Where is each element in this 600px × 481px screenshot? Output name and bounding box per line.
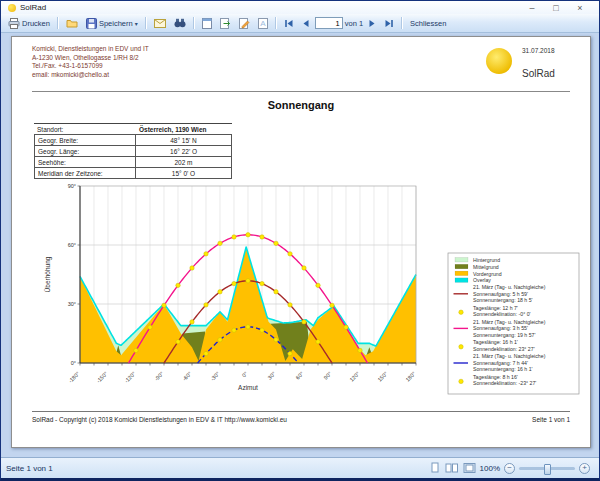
svg-text:0°: 0° (241, 370, 249, 378)
status-bar: Seite 1 von 1 100% − + (1, 457, 599, 478)
zoom-in-button[interactable]: + (579, 463, 590, 474)
save-icon (86, 18, 97, 29)
maximize-button[interactable]: □ (544, 3, 568, 13)
footer-page-label: Seite 1 von 1 (532, 416, 570, 423)
svg-text:Overlay: Overlay (473, 277, 491, 283)
save-label: Speichern (99, 19, 133, 28)
zoom-slider[interactable] (519, 467, 575, 470)
close-preview-button[interactable]: Schliessen (407, 18, 449, 29)
table-cell-label: Seehöhe: (34, 157, 136, 168)
email-icon (154, 19, 166, 28)
save-button[interactable]: Speichern ▾ (83, 17, 141, 30)
svg-text:Sonnenaufgang: 7 h 44': Sonnenaufgang: 7 h 44' (473, 360, 528, 366)
sun-path-chart: -180°-150°-120°-90°-60°-30°0°30°60°90°12… (40, 175, 585, 405)
preview-area[interactable]: Komicki, Dienstleistungen in EDV und IT … (1, 33, 599, 457)
window-title: SolRad (20, 3, 46, 12)
next-page-button[interactable] (365, 18, 379, 29)
table-row: Seehöhe:202 m (34, 157, 232, 168)
solrad-logo-icon (486, 48, 512, 74)
table-cell-label: Geogr. Breite: (34, 134, 136, 146)
statusbar-zoom-controls: 100% − + (429, 462, 594, 474)
toolbar-separator (275, 17, 277, 29)
zoom-slider-thumb[interactable] (544, 464, 551, 475)
table-row: Geogr. Länge:16° 22' O (34, 146, 232, 157)
first-page-button[interactable] (281, 18, 297, 29)
email-button[interactable] (151, 18, 169, 29)
print-icon (8, 18, 20, 29)
window-controls: – □ × (520, 3, 592, 13)
two-page-view-icon[interactable] (445, 462, 459, 474)
svg-text:30°: 30° (68, 301, 76, 307)
save-dropdown-caret-icon[interactable]: ▾ (135, 20, 138, 27)
report-page: Komicki, Dienstleistungen in EDV und IT … (11, 36, 591, 448)
first-page-icon (284, 19, 294, 28)
svg-text:Mittelgrund: Mittelgrund (473, 264, 499, 270)
open-button[interactable] (63, 17, 81, 29)
toolbar-separator (145, 17, 147, 29)
chart-legend: HintergrundMittelgrundVordergrundOverlay… (448, 253, 579, 394)
watermark-icon: A (258, 18, 268, 29)
print-label: Drucken (22, 19, 50, 28)
print-button[interactable]: Drucken (5, 17, 53, 30)
svg-text:-120°: -120° (123, 370, 137, 384)
solrad-window: SolRad – □ × Drucken Speichern ▾ (0, 0, 600, 481)
company-address-block: Komicki, Dienstleistungen in EDV und IT … (32, 45, 149, 79)
watermark-button[interactable]: A (255, 17, 271, 30)
last-page-button[interactable] (381, 18, 397, 29)
svg-text:Sonnenaufgang: 3 h 55': Sonnenaufgang: 3 h 55' (473, 325, 528, 331)
toolbar-separator (57, 17, 59, 29)
zoom-level-label: 100% (480, 464, 500, 473)
company-line: Komicki, Dienstleistungen in EDV und IT (32, 45, 149, 54)
footer-copyright: SolRad - Copyright (c) 2018 Komicki Dien… (32, 416, 287, 423)
toolbar-separator (193, 17, 195, 29)
edit-button[interactable] (236, 17, 253, 30)
svg-text:Sonnenuntergang: 18 h 5': Sonnenuntergang: 18 h 5' (473, 297, 533, 303)
export-button[interactable] (217, 17, 234, 30)
find-icon (174, 18, 186, 28)
app-sun-icon (8, 4, 16, 12)
header-divider (32, 91, 570, 92)
table-row: Standort: Österreich, 1190 Wien (34, 123, 232, 134)
svg-text:-180°: -180° (67, 370, 81, 384)
report-date: 31.07.2018 (522, 47, 555, 54)
close-window-button[interactable]: × (568, 3, 592, 13)
page-width-view-icon[interactable] (463, 462, 476, 474)
page-settings-icon (202, 18, 212, 29)
page-settings-button[interactable] (199, 17, 215, 30)
minimize-button[interactable]: – (520, 3, 544, 13)
standort-value: Österreich, 1190 Wien (136, 124, 232, 134)
svg-text:A: A (260, 19, 266, 28)
next-page-icon (368, 19, 376, 28)
last-page-icon (384, 19, 394, 28)
title-bar: SolRad – □ × (1, 1, 599, 14)
prev-page-button[interactable] (299, 18, 313, 29)
single-page-view-icon[interactable] (429, 462, 441, 474)
x-axis-title: Azimut (238, 384, 258, 391)
svg-text:120°: 120° (348, 370, 360, 382)
find-button[interactable] (171, 17, 189, 29)
footer-divider (32, 411, 570, 412)
svg-text:21. März (Tag- u. Nachtgleiche: 21. März (Tag- u. Nachtgleiche) (473, 284, 546, 290)
table-cell-label: Geogr. Länge: (34, 146, 136, 157)
svg-text:90°: 90° (68, 183, 76, 189)
svg-text:Sonnenaufgang: 5 h 59': Sonnenaufgang: 5 h 59' (473, 291, 528, 297)
page-title: Sonnengang (12, 99, 590, 111)
svg-text:150°: 150° (376, 370, 388, 382)
page-number-input[interactable] (315, 17, 343, 29)
y-axis-title: Überhöhung (44, 256, 52, 292)
company-line: email: mkomicki@chello.at (32, 71, 149, 80)
svg-text:Sonnendeklination: 23° 27': Sonnendeklination: 23° 27' (473, 346, 535, 352)
svg-text:-60°: -60° (181, 370, 192, 381)
svg-text:Tageslänge: 12 h 7': Tageslänge: 12 h 7' (473, 305, 518, 311)
export-icon (220, 18, 231, 29)
svg-text:Tageslänge: 16 h 1': Tageslänge: 16 h 1' (473, 339, 518, 345)
svg-text:21. März (Tag- u. Nachtgleiche: 21. März (Tag- u. Nachtgleiche) (473, 319, 546, 325)
svg-text:Hintergrund: Hintergrund (473, 257, 500, 263)
location-table-rows: Geogr. Breite:48° 15' NGeogr. Länge:16° … (34, 134, 232, 179)
svg-text:Sonnendeklination: -0° 0': Sonnendeklination: -0° 0' (473, 311, 531, 317)
zoom-out-button[interactable]: − (504, 463, 515, 474)
svg-text:60°: 60° (68, 242, 76, 248)
company-line: Tel./Fax. +43-1-6157099 (32, 62, 149, 71)
svg-text:-90°: -90° (153, 370, 164, 381)
svg-text:Tageslänge: 8 h 16': Tageslänge: 8 h 16' (473, 374, 518, 380)
